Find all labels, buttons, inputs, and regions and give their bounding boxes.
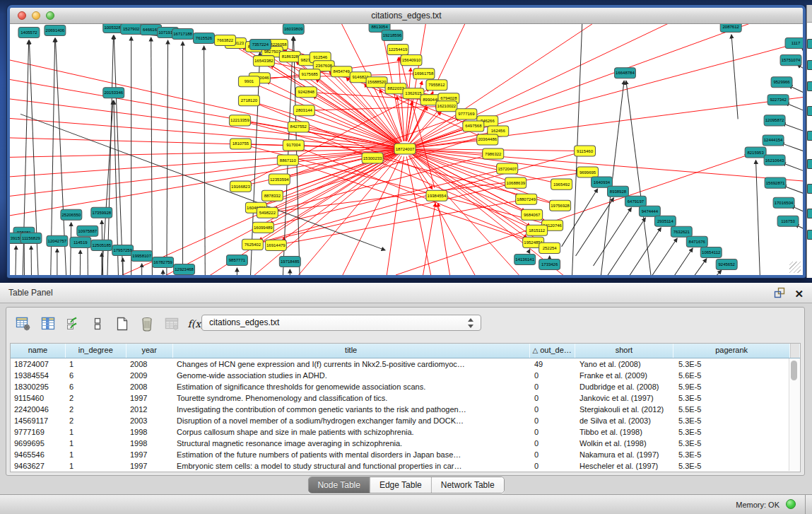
graph-node[interactable]: 15751074 (780, 55, 801, 66)
graph-node[interactable]: 19756928 (550, 200, 571, 211)
graph-node[interactable]: 12095872 (764, 115, 785, 126)
graph-node[interactable]: 1405572 (18, 28, 40, 38)
graph-node[interactable]: 1965492 (551, 179, 572, 189)
graph-node[interactable]: 19218596 (382, 30, 403, 41)
graph-node[interactable]: 1117 (785, 38, 803, 49)
graph-node[interactable]: 16914479 (265, 240, 286, 250)
graph-node[interactable]: 7663822 (214, 35, 235, 46)
minimize-window-button[interactable] (32, 11, 40, 20)
graph-node[interactable]: 8454749 (331, 66, 352, 77)
graph-node[interactable]: 25206550 (61, 209, 82, 220)
graph-node[interactable]: 8471676 (686, 236, 707, 247)
table-vertical-scrollbar[interactable] (789, 358, 799, 471)
table-selector-dropdown[interactable]: citations_edges.txt (201, 315, 481, 331)
graph-node[interactable]: 10654112 (700, 247, 722, 257)
graph-node[interactable]: 9857771 (226, 255, 247, 265)
citation-network-canvas[interactable]: 1872400788601238912955182260589827503165… (10, 24, 803, 275)
graph-node[interactable]: 16033809 (283, 24, 304, 35)
graph-node[interactable]: 9901 (238, 76, 259, 87)
graph-node[interactable]: 7615526 (194, 33, 215, 44)
delete-table-icon[interactable] (162, 315, 181, 334)
graph-node[interactable]: 1810755 (230, 139, 251, 149)
graph-node[interactable]: 7955812 (426, 80, 447, 90)
graph-node[interactable]: 17016504 (773, 197, 794, 208)
close-panel-button[interactable]: ✕ (794, 288, 804, 300)
graph-node[interactable]: 8186328 (279, 52, 300, 62)
network-view[interactable]: 1872400788601238912955182260589827503165… (10, 24, 803, 275)
graph-node[interactable]: 12254419 (387, 45, 408, 55)
graph-node[interactable]: 20364486 (477, 134, 498, 145)
tab-node-table[interactable]: Node Table (308, 477, 370, 493)
graph-node[interactable]: 2803144 (293, 105, 314, 116)
graph-node[interactable]: 16210022 (436, 101, 457, 112)
graph-node[interactable]: 8427552 (288, 122, 309, 132)
graph-node[interactable]: 15692871 (765, 177, 786, 188)
graph-node[interactable]: 114519 (70, 237, 91, 247)
float-panel-button[interactable] (774, 287, 785, 301)
delete-column-icon[interactable] (137, 315, 156, 334)
graph-node[interactable]: 252254 (539, 243, 560, 253)
graph-node[interactable]: 12505185 (91, 240, 112, 250)
table-row[interactable]: 1938455462009Genome-wide association stu… (11, 370, 800, 381)
graph-node[interactable]: 11156829 (20, 233, 42, 243)
column-header-name[interactable]: name (11, 344, 66, 358)
graph-node[interactable]: 9699695 (577, 167, 599, 177)
graph-node[interactable]: 9115460 (575, 146, 596, 156)
graph-node[interactable]: 10975887 (77, 226, 98, 236)
graph-node[interactable]: 16543382 (253, 56, 274, 66)
graph-node[interactable]: 9474444 (639, 206, 660, 216)
graph-node[interactable]: 18807249 (516, 194, 537, 204)
column-header-pagerank[interactable]: pagerank (673, 344, 790, 358)
graph-node[interactable]: 15300233 (362, 153, 383, 163)
graph-node[interactable]: 9684067 (522, 209, 543, 220)
table-row[interactable]: 946554611997Estimation of the future num… (11, 449, 800, 460)
graph-node[interactable]: 2935114 (654, 216, 676, 226)
column-header-in_degree[interactable]: in_degree (66, 344, 126, 358)
graph-node[interactable]: 19958107 (131, 250, 153, 261)
graph-node[interactable]: 7357224 (249, 40, 271, 50)
graph-node[interactable]: 8938928 (607, 186, 628, 197)
graph-node[interactable]: 1733426 (539, 259, 560, 269)
column-checklist-icon[interactable] (63, 315, 82, 334)
zoom-window-button[interactable] (46, 11, 54, 20)
graph-node[interactable]: 12923468 (174, 264, 195, 274)
graph-node[interactable]: 14136141 (514, 254, 536, 264)
graph-node[interactable]: 16210643 (764, 155, 785, 165)
graph-node[interactable]: 9175685 (299, 69, 320, 80)
graph-node[interactable]: 9242848 (295, 87, 317, 98)
graph-node[interactable]: 6479197 (625, 196, 646, 206)
table-row[interactable]: 977716911998Corpus callosum shape and si… (11, 426, 800, 438)
network-window[interactable]: citations_edges.txt 18724007886012389129… (7, 5, 806, 278)
column-header-year[interactable]: year (126, 344, 173, 358)
graph-node[interactable]: 2087612 (720, 24, 741, 33)
table-row[interactable]: 1872400712008Changes of HCN gene express… (11, 358, 800, 370)
graph-node[interactable]: 9227342 (767, 95, 789, 105)
graph-node[interactable]: 12353594 (269, 174, 290, 185)
table-row[interactable]: 2242004622012Investigating the contribut… (11, 404, 800, 415)
tab-network-table[interactable]: Network Table (432, 477, 504, 493)
graph-node[interactable]: 7632621 (671, 226, 692, 237)
graph-node[interactable]: 9245652 (716, 259, 737, 269)
graph-node[interactable]: 9777169 (456, 109, 477, 119)
graph-node[interactable]: 8215953 (745, 147, 766, 158)
graph-node[interactable]: 5498222 (257, 207, 278, 218)
graph-node[interactable]: 19166823 (230, 181, 251, 192)
window-resize-grip[interactable] (789, 262, 801, 273)
graph-node[interactable]: 20153346 (103, 88, 124, 98)
graph-node[interactable]: 17957259 (112, 245, 134, 255)
column-header-out_de[interactable]: △out_de… (530, 344, 575, 358)
graph-node[interactable]: 17359928 (91, 207, 112, 218)
close-window-button[interactable] (18, 11, 26, 20)
graph-node[interactable]: 19384554 (426, 190, 447, 201)
network-window-titlebar[interactable]: citations_edges.txt (10, 8, 803, 24)
graph-node[interactable]: 16782759 (153, 257, 174, 267)
graph-node[interactable]: 16961758 (413, 69, 435, 79)
new-column-icon[interactable] (112, 315, 131, 334)
table-mode-icon[interactable] (13, 315, 33, 334)
column-header-short[interactable]: short (575, 344, 674, 358)
graph-node[interactable]: 6497568 (463, 121, 484, 132)
graph-node[interactable]: 15688520 (366, 77, 387, 88)
graph-node[interactable]: 16099489 (252, 222, 273, 233)
graph-node[interactable]: 19718485 (279, 256, 300, 267)
graph-node[interactable]: 10688639 (505, 177, 526, 188)
